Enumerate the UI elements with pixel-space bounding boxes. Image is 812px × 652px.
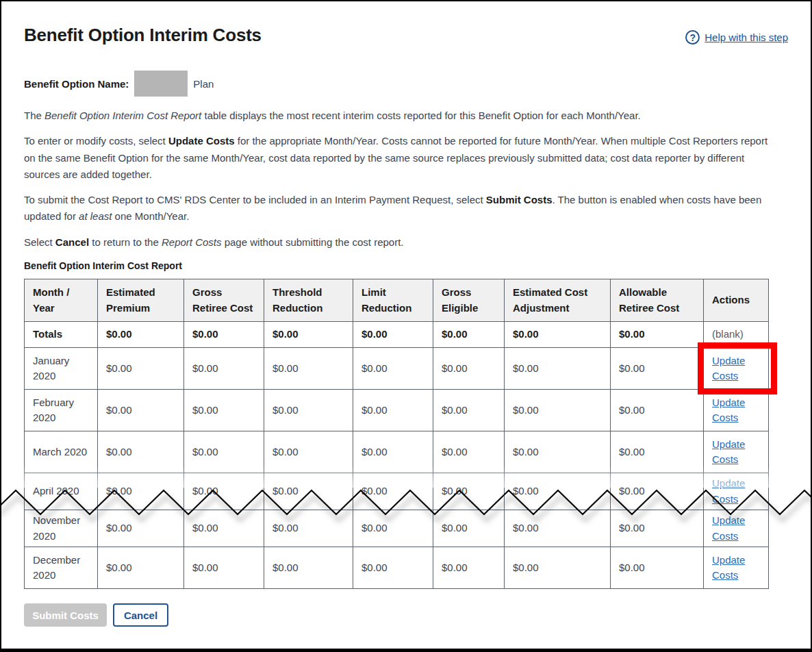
column-header: Limit Reduction [353, 279, 433, 322]
cost-value: $0.00 [433, 431, 505, 473]
table-row: April 2020$0.00$0.00$0.00$0.00$0.00$0.00… [25, 473, 769, 510]
cost-value: $0.00 [611, 390, 704, 431]
row-label: March 2020 [25, 431, 98, 473]
actions-cell: Update Costs [704, 348, 769, 390]
cost-value: $0.00 [611, 510, 704, 547]
cost-value: $0.00 [611, 431, 704, 473]
cost-value: $0.00 [264, 348, 353, 390]
cost-value: $0.00 [184, 431, 264, 473]
redacted-benefit-option-name [134, 71, 188, 97]
table-body: Totals$0.00$0.00$0.00$0.00$0.00$0.00$0.0… [25, 322, 769, 589]
column-header: Gross Retiree Cost [184, 279, 264, 322]
table-row: March 2020$0.00$0.00$0.00$0.00$0.00$0.00… [25, 431, 769, 473]
cost-value: $0.00 [184, 348, 264, 390]
cost-value: $0.00 [611, 547, 704, 589]
cost-value: $0.00 [433, 547, 505, 589]
column-header: Estimated Cost Adjustment [505, 279, 611, 322]
description-paragraph: The Benefit Option Interim Cost Report t… [24, 108, 774, 124]
benefit-option-name-suffix: Plan [193, 78, 214, 90]
cost-value: $0.00 [611, 322, 704, 348]
cost-value: $0.00 [184, 510, 264, 547]
cost-value: $0.00 [353, 547, 433, 589]
cancel-button[interactable]: Cancel [113, 603, 168, 627]
update-costs-link[interactable]: Update Costs [712, 355, 745, 382]
cost-value: $0.00 [505, 547, 611, 589]
cost-value: $0.00 [264, 390, 353, 431]
cost-value: $0.00 [184, 322, 264, 348]
cost-value: $0.00 [98, 510, 184, 547]
table-row: November 2020$0.00$0.00$0.00$0.00$0.00$0… [25, 510, 769, 547]
update-costs-link[interactable]: Update Costs [712, 514, 745, 542]
actions-cell: Update Costs [704, 473, 769, 510]
cost-value: $0.00 [353, 348, 433, 390]
update-costs-link[interactable]: Update Costs [712, 477, 745, 505]
cost-value: $0.00 [353, 473, 433, 510]
table-row: December 2020$0.00$0.00$0.00$0.00$0.00$0… [25, 547, 769, 589]
highlight-box [698, 342, 777, 394]
help-with-this-step: ? Help with this step [685, 30, 788, 45]
column-header: Actions [704, 279, 769, 322]
actions-cell: Update Costs [704, 431, 769, 473]
description-paragraph: Select Cancel to return to the Report Co… [24, 234, 774, 251]
cost-value: $0.00 [353, 322, 433, 348]
cost-value: $0.00 [505, 473, 611, 510]
cost-value: $0.00 [611, 473, 704, 510]
cost-value: $0.00 [98, 547, 184, 589]
cost-value: $0.00 [353, 431, 433, 473]
cost-value: $0.00 [264, 547, 353, 589]
page-frame: Benefit Option Interim Costs ? Help with… [0, 0, 812, 652]
cost-value: $0.00 [505, 510, 611, 547]
description-paragraph: To submit the Cost Report to CMS' RDS Ce… [24, 192, 774, 225]
row-label: January 2020 [25, 348, 98, 390]
cost-value: $0.00 [505, 390, 611, 431]
column-header: Gross Eligible [433, 279, 505, 322]
table-header-row: Month / YearEstimated PremiumGross Retir… [25, 279, 769, 322]
update-costs-link[interactable]: Update Costs [712, 397, 745, 424]
actions-cell: Update Costs [704, 390, 769, 431]
cost-value: $0.00 [433, 348, 505, 390]
cost-value: $0.00 [505, 322, 611, 348]
cost-value: $0.00 [184, 547, 264, 589]
cost-value: $0.00 [184, 473, 264, 510]
update-costs-link[interactable]: Update Costs [712, 438, 745, 466]
table-row: Totals$0.00$0.00$0.00$0.00$0.00$0.00$0.0… [25, 322, 769, 348]
cost-value: $0.00 [98, 473, 184, 510]
cost-value: $0.00 [264, 431, 353, 473]
help-link[interactable]: Help with this step [705, 32, 788, 43]
cost-value: $0.00 [264, 322, 353, 348]
description-paragraph: To enter or modify costs, select Update … [24, 133, 774, 183]
column-header: Allowable Retiree Cost [611, 279, 704, 322]
benefit-option-name-label: Benefit Option Name: [24, 78, 129, 90]
row-label: November 2020 [25, 510, 98, 547]
cost-value: $0.00 [433, 390, 505, 431]
update-costs-link[interactable]: Update Costs [712, 554, 745, 581]
table-row: January 2020$0.00$0.00$0.00$0.00$0.00$0.… [25, 348, 769, 390]
submit-costs-button[interactable]: Submit Costs [24, 603, 107, 627]
column-header: Estimated Premium [98, 279, 184, 322]
cost-value: $0.00 [98, 390, 184, 431]
row-label: February 2020 [25, 390, 98, 431]
column-header: Threshold Reduction [264, 279, 353, 322]
cost-value: $0.00 [433, 322, 505, 348]
cost-value: $0.00 [505, 431, 611, 473]
actions-cell: Update Costs [704, 547, 769, 589]
cost-value: $0.00 [611, 348, 704, 390]
question-circle-icon: ? [685, 30, 700, 45]
cost-value: $0.00 [264, 510, 353, 547]
table-caption: Benefit Option Interim Cost Report [24, 260, 788, 271]
benefit-option-name-row: Benefit Option Name: Plan [24, 71, 788, 97]
row-label: Totals [25, 322, 98, 348]
row-label: December 2020 [25, 547, 98, 589]
page-title: Benefit Option Interim Costs [24, 25, 262, 46]
cost-value: $0.00 [98, 322, 184, 348]
page-header: Benefit Option Interim Costs ? Help with… [24, 25, 788, 46]
cost-value: $0.00 [433, 473, 505, 510]
row-label: April 2020 [25, 473, 98, 510]
table-row: February 2020$0.00$0.00$0.00$0.00$0.00$0… [25, 390, 769, 431]
cost-value: $0.00 [264, 473, 353, 510]
instructions: The Benefit Option Interim Cost Report t… [24, 108, 788, 251]
actions-cell: Update Costs [704, 510, 769, 547]
cost-value: $0.00 [353, 510, 433, 547]
cost-value: $0.00 [98, 348, 184, 390]
cost-value: $0.00 [505, 348, 611, 390]
